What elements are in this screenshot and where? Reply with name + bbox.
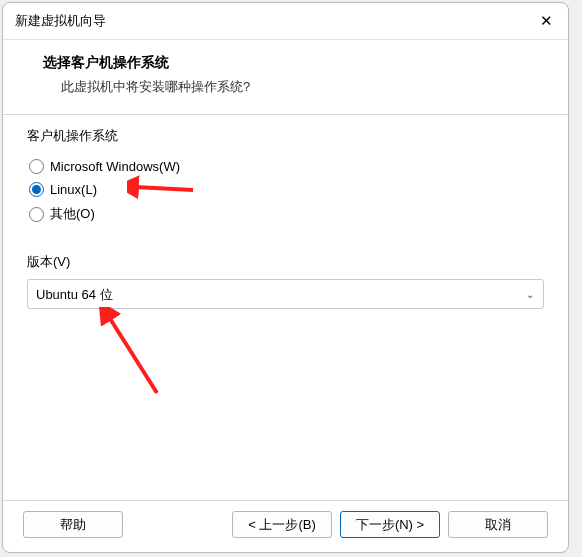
version-label: 版本(V) bbox=[27, 253, 544, 271]
titlebar: 新建虚拟机向导 ✕ bbox=[3, 3, 568, 40]
close-icon: ✕ bbox=[540, 12, 553, 30]
radio-linux[interactable]: Linux(L) bbox=[27, 178, 544, 201]
wizard-footer: 帮助 < 上一步(B) 下一步(N) > 取消 bbox=[3, 501, 568, 552]
version-select-wrap: Ubuntu 64 位 ⌄ bbox=[27, 279, 544, 309]
version-select[interactable]: Ubuntu 64 位 bbox=[27, 279, 544, 309]
radio-other-label: 其他(O) bbox=[50, 205, 95, 223]
radio-windows-input[interactable] bbox=[29, 159, 44, 174]
next-button[interactable]: 下一步(N) > bbox=[340, 511, 440, 538]
radio-windows-label: Microsoft Windows(W) bbox=[50, 159, 180, 174]
wizard-header: 选择客户机操作系统 此虚拟机中将安装哪种操作系统? bbox=[3, 40, 568, 114]
page-subtitle: 此虚拟机中将安装哪种操作系统? bbox=[43, 78, 544, 96]
cancel-button[interactable]: 取消 bbox=[448, 511, 548, 538]
back-button[interactable]: < 上一步(B) bbox=[232, 511, 332, 538]
os-group-label: 客户机操作系统 bbox=[27, 127, 544, 145]
radio-linux-input[interactable] bbox=[29, 182, 44, 197]
svg-line-0 bbox=[135, 187, 193, 190]
help-button[interactable]: 帮助 bbox=[23, 511, 123, 538]
radio-other-input[interactable] bbox=[29, 207, 44, 222]
wizard-dialog: 新建虚拟机向导 ✕ 选择客户机操作系统 此虚拟机中将安装哪种操作系统? 客户机操… bbox=[2, 2, 569, 553]
radio-linux-label: Linux(L) bbox=[50, 182, 97, 197]
wizard-body: 客户机操作系统 Microsoft Windows(W) Linux(L) 其他… bbox=[3, 114, 568, 501]
page-title: 选择客户机操作系统 bbox=[43, 54, 544, 72]
annotation-arrow-version bbox=[87, 307, 167, 397]
window-title: 新建虚拟机向导 bbox=[15, 12, 106, 30]
radio-other[interactable]: 其他(O) bbox=[27, 201, 544, 227]
radio-windows[interactable]: Microsoft Windows(W) bbox=[27, 155, 544, 178]
svg-line-1 bbox=[109, 317, 157, 393]
close-button[interactable]: ✕ bbox=[532, 9, 560, 33]
